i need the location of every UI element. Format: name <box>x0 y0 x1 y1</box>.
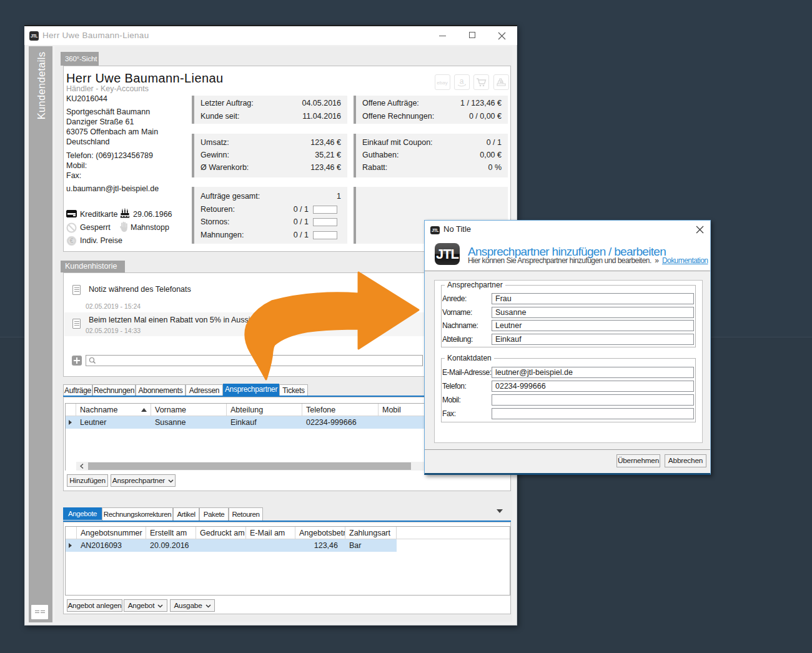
svg-text:ebay: ebay <box>437 80 447 86</box>
svg-text:a: a <box>460 77 464 86</box>
svg-text:€: € <box>70 237 74 244</box>
